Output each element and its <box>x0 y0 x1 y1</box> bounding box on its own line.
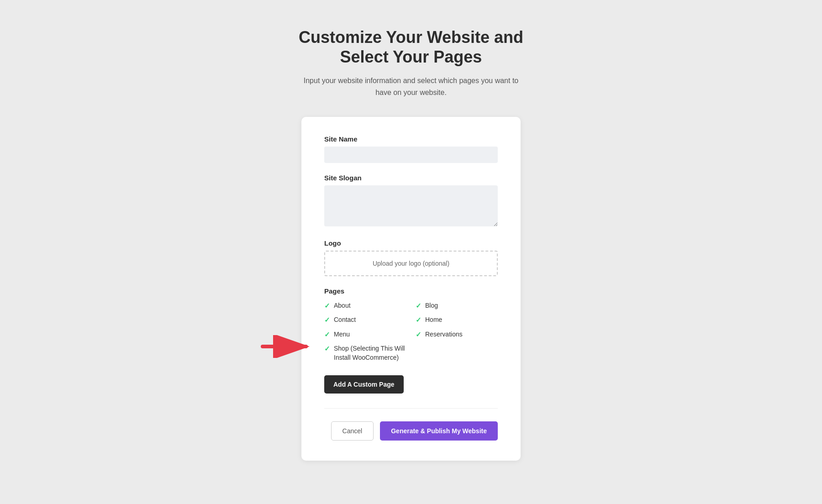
form-card: Site Name Site Slogan Logo Upload your l… <box>301 117 521 461</box>
logo-label: Logo <box>324 239 498 247</box>
add-custom-page-button[interactable]: Add A Custom Page <box>324 375 404 394</box>
arrow-indicator <box>260 335 311 358</box>
page-reservations-label: Reservations <box>425 330 463 339</box>
site-slogan-field: Site Slogan <box>324 174 498 228</box>
logo-upload-text: Upload your logo (optional) <box>373 260 449 267</box>
page-item-reservations[interactable]: ✓ Reservations <box>416 330 498 339</box>
page-item-shop[interactable]: ✓ Shop (Selecting This Will Install WooC… <box>324 344 406 362</box>
pages-label: Pages <box>324 287 498 295</box>
page-item-contact[interactable]: ✓ Contact <box>324 315 406 325</box>
page-blog-label: Blog <box>425 301 438 310</box>
check-menu-icon: ✓ <box>324 331 330 339</box>
page-subtitle: Input your website information and selec… <box>301 75 521 98</box>
check-shop-icon: ✓ <box>324 345 330 353</box>
page-shop-label: Shop (Selecting This Will Install WooCom… <box>334 344 406 362</box>
page-item-about[interactable]: ✓ About <box>324 301 406 310</box>
arrow-icon <box>260 335 311 358</box>
pages-section: Pages ✓ About ✓ <box>324 287 498 362</box>
cancel-button[interactable]: Cancel <box>331 421 374 441</box>
page-item-blog[interactable]: ✓ Blog <box>416 301 498 310</box>
site-slogan-input[interactable] <box>324 185 498 226</box>
check-blog-icon: ✓ <box>416 302 422 310</box>
check-reservations-icon: ✓ <box>416 331 422 339</box>
check-about-icon: ✓ <box>324 302 330 310</box>
page-title: Customize Your Website and Select Your P… <box>299 27 523 67</box>
page-menu-label: Menu <box>334 330 350 339</box>
actions-row: Cancel Generate & Publish My Website <box>324 421 498 441</box>
publish-button[interactable]: Generate & Publish My Website <box>380 421 498 441</box>
page-item-home[interactable]: ✓ Home <box>416 315 498 325</box>
page-home-label: Home <box>425 315 442 325</box>
page-about-label: About <box>334 301 351 310</box>
site-slogan-label: Site Slogan <box>324 174 498 182</box>
site-name-field: Site Name <box>324 135 498 163</box>
logo-field: Logo Upload your logo (optional) <box>324 239 498 276</box>
divider <box>324 408 498 409</box>
check-home-icon: ✓ <box>416 316 422 324</box>
pages-grid: ✓ About ✓ Blog ✓ Contact ✓ Home ✓ Menu <box>324 301 498 362</box>
site-name-input[interactable] <box>324 147 498 163</box>
logo-upload-area[interactable]: Upload your logo (optional) <box>324 251 498 276</box>
page-contact-label: Contact <box>334 315 356 325</box>
page-item-menu[interactable]: ✓ Menu <box>324 330 406 339</box>
site-name-label: Site Name <box>324 135 498 143</box>
check-contact-icon: ✓ <box>324 316 330 324</box>
